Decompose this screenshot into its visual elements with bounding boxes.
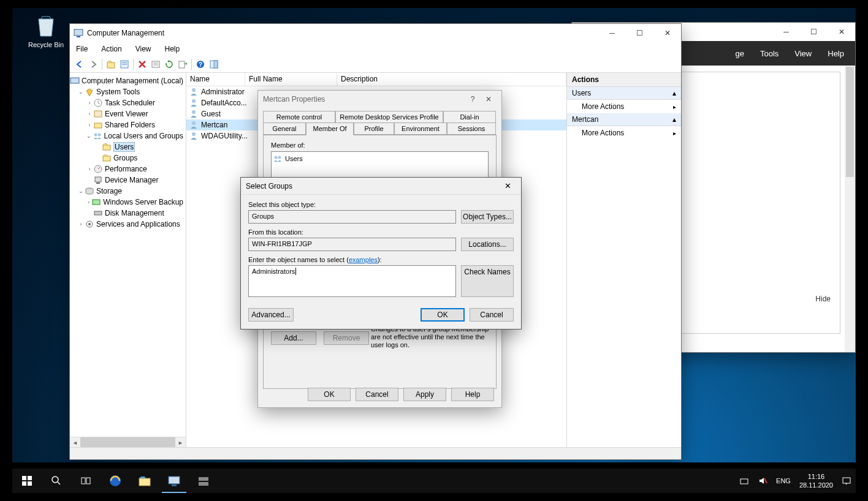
svg-rect-51 bbox=[740, 479, 748, 484]
svg-rect-23 bbox=[95, 177, 101, 182]
menu-view[interactable]: View bbox=[794, 49, 812, 58]
menu-help[interactable]: Help bbox=[828, 49, 844, 58]
advanced-button[interactable]: Advanced... bbox=[248, 308, 294, 322]
refresh-icon[interactable] bbox=[163, 58, 175, 70]
maximize-button[interactable]: ☐ bbox=[626, 24, 653, 42]
tree-storage[interactable]: ⌄Storage bbox=[70, 186, 186, 197]
actions-pane: Actions Users▴ More Actions▸ Mertcan▴ Mo… bbox=[567, 73, 681, 447]
scrollbar-vertical[interactable] bbox=[845, 66, 855, 352]
forward-icon[interactable] bbox=[87, 58, 99, 70]
actions-section-users[interactable]: Users▴ bbox=[567, 87, 681, 100]
search-button[interactable] bbox=[42, 469, 71, 493]
tab-remote-control[interactable]: Remote control bbox=[263, 111, 335, 122]
tree-pane[interactable]: Computer Management (Local) ⌄System Tool… bbox=[70, 73, 186, 447]
task-view-button[interactable] bbox=[71, 469, 101, 493]
tab-environment[interactable]: Environment bbox=[394, 122, 447, 135]
svg-rect-53 bbox=[843, 478, 850, 483]
col-name[interactable]: Name bbox=[186, 73, 245, 86]
menu-file[interactable]: File bbox=[74, 43, 90, 55]
tree-root[interactable]: Computer Management (Local) bbox=[70, 75, 186, 86]
scrollbar-horizontal[interactable]: ◄► bbox=[70, 437, 186, 447]
tray-clock[interactable]: 11:16 28.11.2020 bbox=[795, 469, 837, 493]
tab-rdsp[interactable]: Remote Desktop Services Profile bbox=[335, 111, 443, 122]
remove-button[interactable]: Remove bbox=[324, 331, 369, 345]
tray-notifications-icon[interactable] bbox=[837, 469, 856, 493]
list-icon[interactable] bbox=[150, 58, 162, 70]
examples-link[interactable]: examples bbox=[349, 256, 378, 263]
menu-ge[interactable]: ge bbox=[735, 49, 744, 58]
maximize-button[interactable]: ☐ bbox=[800, 23, 828, 41]
locations-button[interactable]: Locations... bbox=[461, 238, 514, 251]
tab-member-of[interactable]: Member Of bbox=[306, 122, 354, 135]
close-button[interactable]: ✕ bbox=[481, 95, 497, 104]
tab-profile[interactable]: Profile bbox=[354, 122, 394, 135]
export-icon[interactable] bbox=[177, 58, 189, 70]
hide-link[interactable]: Hide bbox=[815, 295, 831, 303]
object-type-label: Select this object type: bbox=[248, 201, 514, 208]
help-button[interactable]: ? bbox=[465, 95, 481, 104]
cancel-button[interactable]: Cancel bbox=[470, 308, 514, 322]
menu-help[interactable]: Help bbox=[162, 43, 183, 55]
show-hide-icon[interactable] bbox=[208, 58, 220, 70]
tree-shared-folders[interactable]: ›Shared Folders bbox=[70, 119, 186, 130]
svg-point-32 bbox=[192, 110, 196, 114]
actions-section-mertcan[interactable]: Mertcan▴ bbox=[567, 113, 681, 126]
tray-language[interactable]: ENG bbox=[772, 469, 795, 493]
cancel-button[interactable]: Cancel bbox=[356, 388, 398, 401]
close-button[interactable]: ✕ bbox=[653, 24, 681, 42]
tab-sessions[interactable]: Sessions bbox=[447, 122, 496, 135]
taskbar-server-manager[interactable] bbox=[189, 469, 218, 493]
menu-action[interactable]: Action bbox=[99, 43, 124, 55]
minimize-button[interactable]: ─ bbox=[598, 24, 626, 42]
tab-general[interactable]: General bbox=[263, 122, 306, 135]
check-names-button[interactable]: Check Names bbox=[461, 265, 514, 297]
start-button[interactable] bbox=[12, 469, 42, 493]
taskbar-explorer[interactable] bbox=[130, 469, 159, 493]
tree-system-tools[interactable]: ⌄System Tools bbox=[70, 86, 186, 97]
ok-button[interactable]: OK bbox=[308, 388, 351, 401]
tree-device-manager[interactable]: Device Manager bbox=[70, 175, 186, 186]
tray-volume-icon[interactable] bbox=[753, 469, 772, 493]
help-icon[interactable]: ? bbox=[194, 58, 207, 70]
tree-local-users-groups[interactable]: ⌄Local Users and Groups bbox=[70, 130, 186, 141]
back-icon[interactable] bbox=[74, 58, 86, 70]
svg-rect-21 bbox=[103, 156, 110, 161]
svg-text:?: ? bbox=[199, 61, 202, 68]
object-names-input[interactable]: Administrators bbox=[248, 265, 456, 297]
ok-button[interactable]: OK bbox=[421, 308, 465, 322]
actions-more-mertcan[interactable]: More Actions▸ bbox=[567, 126, 681, 140]
col-full-name[interactable]: Full Name bbox=[245, 73, 337, 86]
minimize-button[interactable]: ─ bbox=[772, 23, 800, 41]
tray-network-icon[interactable] bbox=[735, 469, 753, 493]
help-button[interactable]: Help bbox=[451, 388, 494, 401]
up-icon[interactable] bbox=[105, 58, 117, 70]
svg-rect-17 bbox=[94, 123, 102, 128]
recycle-bin[interactable]: Recycle Bin bbox=[28, 14, 64, 48]
menu-tools[interactable]: Tools bbox=[760, 49, 779, 58]
close-button[interactable]: ✕ bbox=[828, 23, 855, 41]
col-description[interactable]: Description bbox=[337, 73, 566, 86]
tab-dialin[interactable]: Dial-in bbox=[443, 111, 496, 122]
add-button[interactable]: Add... bbox=[271, 331, 316, 345]
taskbar-compmgmt[interactable] bbox=[159, 469, 189, 493]
tree-performance[interactable]: ›Performance bbox=[70, 164, 186, 175]
delete-icon[interactable] bbox=[136, 58, 148, 70]
location-field: WIN-FRI1RB17JGP bbox=[248, 238, 456, 251]
close-button[interactable]: ✕ bbox=[499, 181, 516, 190]
tree-users[interactable]: Users bbox=[70, 141, 186, 153]
tree-disk-management[interactable]: Disk Management bbox=[70, 208, 186, 219]
svg-rect-40 bbox=[28, 481, 32, 486]
tree-event-viewer[interactable]: ›Event Viewer bbox=[70, 108, 186, 119]
actions-more-users[interactable]: More Actions▸ bbox=[567, 100, 681, 113]
properties-icon[interactable] bbox=[118, 58, 131, 70]
menu-view[interactable]: View bbox=[133, 43, 154, 55]
taskbar-ie[interactable] bbox=[101, 469, 130, 493]
object-types-button[interactable]: Object Types... bbox=[461, 210, 514, 224]
tree-groups[interactable]: Groups bbox=[70, 153, 186, 164]
apply-button[interactable]: Apply bbox=[403, 388, 446, 401]
svg-point-41 bbox=[52, 477, 58, 483]
member-row[interactable]: Users bbox=[273, 153, 487, 164]
tree-windows-server-backup[interactable]: ›Windows Server Backup bbox=[70, 197, 186, 208]
tree-services-apps[interactable]: ›Services and Applications bbox=[70, 219, 186, 230]
tree-task-scheduler[interactable]: ›Task Scheduler bbox=[70, 97, 186, 108]
